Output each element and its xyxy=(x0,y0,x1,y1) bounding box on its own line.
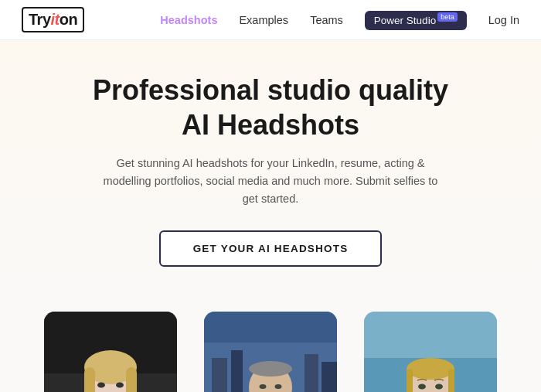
card-image-abby xyxy=(44,312,177,392)
svg-rect-35 xyxy=(448,369,454,392)
svg-point-33 xyxy=(407,358,454,380)
hero-heading: Professional studio quality AI Headshots xyxy=(46,73,495,142)
card-image-adriana xyxy=(364,312,497,392)
card-adriana: Adriana L CoFounder, Try it on AI xyxy=(359,312,502,392)
cta-button[interactable]: GET YOUR AI HEADSHOTS xyxy=(159,230,383,267)
svg-rect-19 xyxy=(322,362,337,392)
svg-point-24 xyxy=(275,384,282,389)
nav-login[interactable]: Log In xyxy=(488,14,519,26)
navigation: Tryiton Headshots Examples Teams Power S… xyxy=(0,0,541,40)
card-abby: Abby R Director of Social, Try it on AI xyxy=(39,312,182,392)
svg-rect-6 xyxy=(84,367,95,392)
card-ceo: CEO, Primeon Realty CEO, Primeon Realty xyxy=(199,312,342,392)
svg-rect-7 xyxy=(126,367,137,392)
svg-point-22 xyxy=(249,361,292,377)
svg-point-9 xyxy=(116,382,124,387)
nav-examples[interactable]: Examples xyxy=(239,14,288,26)
svg-point-36 xyxy=(418,383,426,389)
beta-badge: beta xyxy=(437,12,458,22)
svg-rect-16 xyxy=(212,358,227,392)
cards-section: Abby R Director of Social, Try it on AI xyxy=(0,288,541,392)
svg-point-37 xyxy=(435,383,443,389)
svg-rect-17 xyxy=(231,350,243,392)
hero-section: Professional studio quality AI Headshots… xyxy=(0,40,541,288)
svg-point-23 xyxy=(260,384,267,389)
hero-description: Get stunning AI headshots for your Linke… xyxy=(100,155,441,209)
nav-power-studio[interactable]: Power Studiobeta xyxy=(365,11,467,30)
svg-rect-18 xyxy=(305,354,318,392)
nav-headshots[interactable]: Headshots xyxy=(160,14,217,26)
logo[interactable]: Tryiton xyxy=(22,7,84,32)
nav-teams[interactable]: Teams xyxy=(310,14,343,26)
svg-rect-34 xyxy=(407,369,413,392)
svg-point-8 xyxy=(97,382,105,387)
card-image-ceo xyxy=(204,312,337,392)
